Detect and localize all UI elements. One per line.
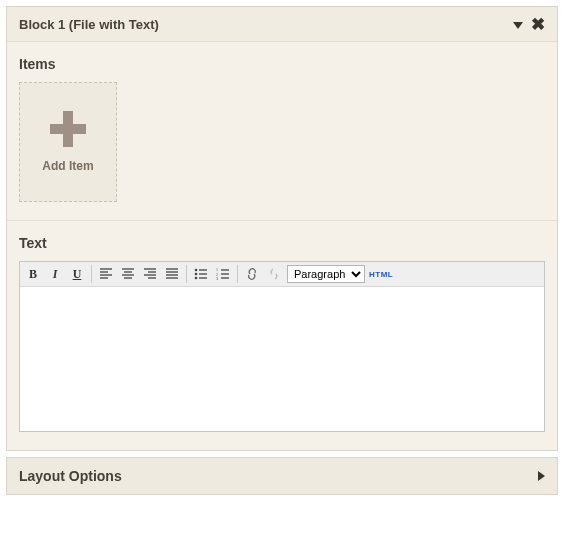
align-left-icon	[99, 267, 113, 281]
close-button[interactable]: ✖	[531, 16, 545, 33]
unlink-button[interactable]	[263, 264, 285, 284]
close-icon: ✖	[531, 15, 545, 34]
layout-options-title: Layout Options	[19, 468, 538, 484]
align-justify-button[interactable]	[161, 264, 183, 284]
link-button[interactable]	[241, 264, 263, 284]
numbered-list-icon: 1 2 3	[216, 267, 230, 281]
block-container: Block 1 (File with Text) ✖ Items Add Ite…	[6, 6, 558, 451]
italic-button[interactable]: I	[44, 264, 66, 284]
text-section: Text B I U	[7, 221, 557, 450]
rich-text-editor: B I U	[19, 261, 545, 432]
text-heading: Text	[19, 235, 545, 251]
block-title: Block 1 (File with Text)	[19, 17, 505, 32]
items-heading: Items	[19, 56, 545, 72]
add-item-button[interactable]: Add Item	[19, 82, 117, 202]
align-center-icon	[121, 267, 135, 281]
numbered-list-button[interactable]: 1 2 3	[212, 264, 234, 284]
bullet-list-button[interactable]	[190, 264, 212, 284]
plus-icon	[50, 111, 86, 147]
align-justify-icon	[165, 267, 179, 281]
separator-icon	[237, 265, 238, 283]
svg-point-16	[195, 269, 198, 272]
format-select[interactable]: Paragraph	[287, 265, 365, 283]
svg-point-18	[195, 273, 198, 276]
align-left-button[interactable]	[95, 264, 117, 284]
collapse-toggle[interactable]	[513, 15, 523, 33]
unlink-icon	[267, 267, 281, 281]
separator-icon	[91, 265, 92, 283]
svg-point-20	[195, 277, 198, 280]
link-icon	[245, 267, 259, 281]
add-item-label: Add Item	[42, 159, 93, 173]
layout-options-toggle[interactable]: Layout Options	[6, 457, 558, 495]
bullet-list-icon	[194, 267, 208, 281]
separator-icon	[186, 265, 187, 283]
editor-textarea[interactable]	[20, 287, 544, 427]
svg-text:3: 3	[216, 276, 218, 281]
align-center-button[interactable]	[117, 264, 139, 284]
html-source-button[interactable]: HTML	[365, 270, 397, 279]
block-header: Block 1 (File with Text) ✖	[7, 7, 557, 42]
underline-button[interactable]: U	[66, 264, 88, 284]
items-section: Items Add Item	[7, 42, 557, 221]
caret-down-icon	[513, 22, 523, 29]
bold-button[interactable]: B	[22, 264, 44, 284]
align-right-icon	[143, 267, 157, 281]
editor-toolbar: B I U	[20, 262, 544, 287]
caret-right-icon	[538, 471, 545, 481]
align-right-button[interactable]	[139, 264, 161, 284]
